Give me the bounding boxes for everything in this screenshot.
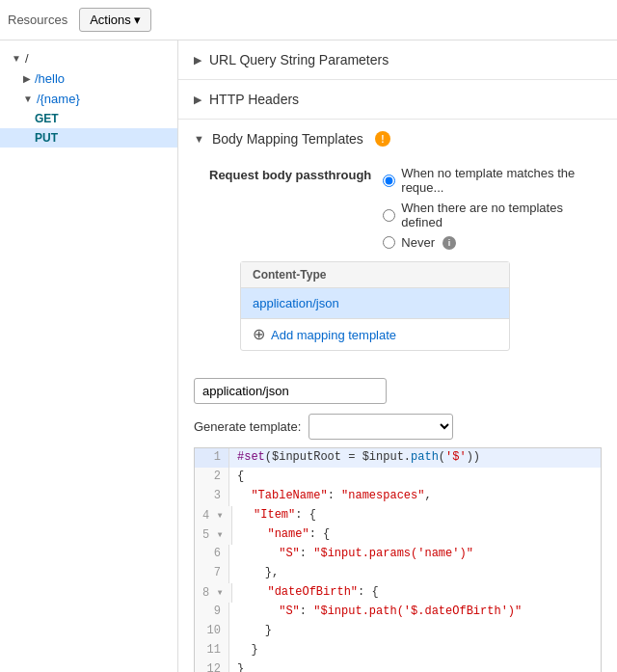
radio-label-1: When no template matches the reque... bbox=[401, 166, 602, 195]
header-bar: Resources Actions ▾ bbox=[0, 0, 617, 40]
url-query-header[interactable]: ▶ URL Query String Parameters bbox=[178, 40, 617, 79]
sidebar-item-label: / bbox=[25, 51, 29, 66]
line-number: 11 bbox=[195, 641, 229, 660]
sidebar: ▼ / ▶ /hello ▼ /{name} GET PUT bbox=[0, 40, 178, 672]
code-line-2: 2 { bbox=[195, 468, 601, 487]
sidebar-item-label: /hello bbox=[35, 71, 65, 86]
generate-select[interactable] bbox=[308, 414, 453, 440]
radio-option-1[interactable]: When no template matches the reque... bbox=[383, 166, 602, 195]
add-mapping-link[interactable]: Add mapping template bbox=[271, 328, 396, 342]
code-line-5: 5 ▾ "name": { bbox=[195, 525, 601, 545]
radio-label-3: Never bbox=[401, 235, 435, 250]
content-type-panel: Content-Type application/json ⊕ Add mapp… bbox=[240, 261, 510, 351]
line-content: { bbox=[229, 468, 601, 487]
line-number: 7 bbox=[195, 564, 229, 583]
code-line-1: 1 #set($inputRoot = $input.path('$')) bbox=[195, 448, 601, 468]
info-icon[interactable]: i bbox=[443, 236, 456, 250]
line-content: #set($inputRoot = $input.path('$')) bbox=[229, 448, 601, 468]
line-content: } bbox=[229, 660, 601, 672]
line-content: "S": "$input.path('$.dateOfBirth')" bbox=[229, 603, 601, 622]
line-number: 2 bbox=[195, 468, 229, 487]
sidebar-item-root[interactable]: ▼ / bbox=[0, 48, 177, 68]
chevron-right-icon: ▶ bbox=[194, 54, 201, 67]
generate-row: Generate template: bbox=[194, 414, 602, 440]
url-query-label: URL Query String Parameters bbox=[209, 52, 389, 67]
code-line-9: 9 "S": "$input.path('$.dateOfBirth')" bbox=[195, 603, 601, 622]
resources-label: Resources bbox=[8, 13, 67, 27]
code-line-6: 6 "S": "$input.params('name')" bbox=[195, 545, 601, 564]
code-line-7: 7 }, bbox=[195, 564, 601, 583]
code-editor[interactable]: 1 #set($inputRoot = $input.path('$')) 2 … bbox=[194, 447, 602, 672]
line-content: "name": { bbox=[232, 525, 601, 545]
method-put-label: PUT bbox=[35, 131, 58, 145]
code-line-10: 10 } bbox=[195, 622, 601, 641]
sidebar-item-label: /{name} bbox=[37, 92, 80, 106]
line-number: 5 ▾ bbox=[195, 525, 232, 545]
radio-option-3[interactable]: Never i bbox=[383, 235, 602, 250]
content-type-item[interactable]: application/json bbox=[241, 288, 509, 318]
line-number: 1 bbox=[195, 448, 229, 468]
line-content: "S": "$input.params('name')" bbox=[229, 545, 601, 564]
body-mapping-label: Body Mapping Templates bbox=[212, 131, 363, 147]
line-number: 8 ▾ bbox=[195, 583, 232, 603]
chevron-icon: ▼ bbox=[12, 53, 21, 64]
add-mapping-row: ⊕ Add mapping template bbox=[241, 318, 509, 350]
body-mapping-content: Request body passthrough When no templat… bbox=[178, 166, 617, 378]
chevron-icon: ▼ bbox=[23, 94, 33, 104]
code-line-8: 8 ▾ "dateOfBirth": { bbox=[195, 583, 601, 603]
code-line-3: 3 "TableName": "namespaces", bbox=[195, 487, 601, 506]
line-number: 3 bbox=[195, 487, 229, 506]
sidebar-item-hello[interactable]: ▶ /hello bbox=[0, 68, 177, 89]
radio-input-2[interactable] bbox=[383, 209, 395, 222]
main-layout: ▼ / ▶ /hello ▼ /{name} GET PUT ▶ URL Que… bbox=[0, 40, 617, 672]
code-line-4: 4 ▾ "Item": { bbox=[195, 506, 601, 525]
warning-icon: ! bbox=[375, 131, 390, 147]
line-number: 10 bbox=[195, 622, 229, 641]
line-content: }, bbox=[229, 564, 601, 583]
chevron-down-icon: ▼ bbox=[194, 133, 204, 145]
body-mapping-header[interactable]: ▼ Body Mapping Templates ! bbox=[178, 120, 617, 158]
http-headers-header[interactable]: ▶ HTTP Headers bbox=[178, 80, 617, 119]
sidebar-item-put[interactable]: PUT bbox=[0, 128, 177, 148]
radio-input-1[interactable] bbox=[383, 175, 395, 187]
actions-button[interactable]: Actions ▾ bbox=[79, 8, 151, 32]
line-content: "Item": { bbox=[232, 506, 601, 525]
body-mapping-section: ▼ Body Mapping Templates ! Request body … bbox=[178, 120, 617, 672]
chevron-right-icon: ▶ bbox=[194, 94, 201, 106]
sidebar-item-get[interactable]: GET bbox=[0, 109, 177, 128]
line-number: 4 ▾ bbox=[195, 506, 232, 525]
template-input-area: Generate template: 1 #set($inputRoot = $… bbox=[178, 378, 617, 672]
line-content: } bbox=[229, 622, 601, 641]
method-get-label: GET bbox=[35, 112, 59, 125]
radio-input-3[interactable] bbox=[383, 236, 395, 249]
chevron-icon: ▶ bbox=[23, 73, 31, 84]
radio-options: When no template matches the reque... Wh… bbox=[383, 166, 602, 250]
line-number: 6 bbox=[195, 545, 229, 564]
http-headers-section: ▶ HTTP Headers bbox=[178, 80, 617, 120]
radio-label-2: When there are no templates defined bbox=[401, 201, 602, 229]
generate-label: Generate template: bbox=[194, 419, 301, 434]
content-type-input[interactable] bbox=[194, 378, 387, 404]
line-number: 12 bbox=[195, 660, 229, 672]
line-content: "TableName": "namespaces", bbox=[229, 487, 601, 506]
code-line-11: 11 } bbox=[195, 641, 601, 660]
add-circle-icon: ⊕ bbox=[253, 327, 265, 342]
passthrough-row: Request body passthrough When no templat… bbox=[209, 166, 602, 250]
line-content: } bbox=[229, 641, 601, 660]
code-line-12: 12 } bbox=[195, 660, 601, 672]
url-query-section: ▶ URL Query String Parameters bbox=[178, 40, 617, 80]
passthrough-label: Request body passthrough bbox=[209, 166, 371, 182]
line-content: "dateOfBirth": { bbox=[232, 583, 601, 603]
line-number: 9 bbox=[195, 603, 229, 622]
sidebar-item-name[interactable]: ▼ /{name} bbox=[0, 89, 177, 109]
radio-option-2[interactable]: When there are no templates defined bbox=[383, 201, 602, 229]
content-area: ▶ URL Query String Parameters ▶ HTTP Hea… bbox=[178, 40, 617, 672]
http-headers-label: HTTP Headers bbox=[209, 92, 299, 107]
content-type-header: Content-Type bbox=[241, 262, 509, 288]
